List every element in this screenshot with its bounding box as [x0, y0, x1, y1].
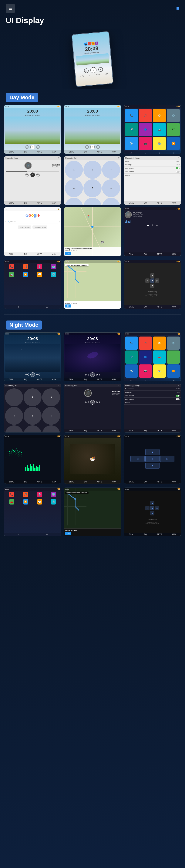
- google-search-bar[interactable]: 🔍 Search...: [5, 220, 60, 223]
- nav-apts[interactable]: APTS: [37, 151, 42, 153]
- app-icon-msg[interactable]: ✈️: [125, 123, 138, 136]
- prev-btn[interactable]: ⏮: [25, 173, 29, 177]
- nav-shal[interactable]: SHAL: [129, 202, 134, 204]
- bottom-nav[interactable]: ◁ ○ □ ≡: [124, 379, 181, 381]
- nav-shal[interactable]: SHAL: [9, 253, 14, 255]
- go-button[interactable]: GO: [65, 305, 71, 308]
- bottom-nav[interactable]: SHAL EQ APTS AUX: [64, 429, 121, 432]
- dial-7[interactable]: 7: [65, 198, 83, 205]
- app-extra[interactable]: ▶️: [167, 365, 180, 378]
- nav-aux[interactable]: AUX: [172, 306, 176, 308]
- app-car[interactable]: 🚗: [153, 350, 166, 364]
- bottom-nav[interactable]: ⊙ ☰: [4, 305, 61, 309]
- nav-shal[interactable]: SHAL: [129, 533, 134, 535]
- bottom-nav[interactable]: SHAL EQ APTS AUX: [124, 201, 181, 205]
- next-btn[interactable]: ⏭: [36, 373, 40, 376]
- nav-eq[interactable]: EQ: [24, 253, 27, 255]
- app-icon-extra[interactable]: ▶️: [167, 137, 180, 150]
- play-btn[interactable]: ⏸: [90, 372, 95, 377]
- nav-apts[interactable]: APTS: [157, 202, 162, 204]
- nav-menu[interactable]: ☰: [46, 533, 48, 535]
- nav-aux[interactable]: AUX: [52, 202, 56, 204]
- nav-eq[interactable]: EQ: [144, 533, 147, 535]
- local-next[interactable]: ⏭: [156, 224, 158, 227]
- hero-next-btn[interactable]: ⏭: [98, 67, 103, 72]
- app-icon-bt[interactable]: 🔵: [139, 123, 152, 136]
- nav-eq[interactable]: EQ: [144, 306, 147, 308]
- nav-eq[interactable]: EQ: [24, 481, 27, 483]
- nav-apts[interactable]: APTS: [157, 253, 162, 255]
- dialpad-night[interactable]: 1 2 3 4 5 6 7 8 9 * 0 #: [4, 387, 61, 433]
- nav-apts[interactable]: APTS: [97, 378, 102, 380]
- dial-3[interactable]: 3: [102, 161, 120, 179]
- app-icon-bt2[interactable]: BT: [167, 123, 180, 136]
- nav-eq[interactable]: EQ: [84, 378, 87, 380]
- nav-shal[interactable]: SHAL: [9, 202, 14, 204]
- cp-waze-night[interactable]: 🚗: [9, 499, 14, 504]
- nav-aux[interactable]: AUX: [172, 481, 176, 483]
- nav-down-night[interactable]: ▼: [146, 463, 160, 469]
- nav-3[interactable]: □: [159, 379, 160, 381]
- dial-6[interactable]: 6: [42, 407, 60, 425]
- night-nav-up[interactable]: ▲: [150, 501, 154, 505]
- nav-eq[interactable]: EQ: [144, 430, 147, 432]
- bottom-nav[interactable]: SHAL EQ APTS AUX: [124, 252, 181, 256]
- night-nav-grid[interactable]: ▲ ◁ ● ▷ ▼: [143, 499, 161, 517]
- nav-center-night[interactable]: ●: [146, 456, 160, 462]
- nav-shal[interactable]: SHAL: [9, 378, 14, 380]
- app-icon-music[interactable]: 🎵: [139, 109, 152, 122]
- bottom-nav[interactable]: ⊙ ☰: [4, 533, 61, 536]
- dial-9[interactable]: 9: [42, 425, 60, 433]
- hero-play-btn[interactable]: ⏸: [90, 67, 97, 73]
- nav-aux[interactable]: AUX: [52, 253, 56, 255]
- carplay-row-1[interactable]: 📞 🎵 🎙️ 🗺️: [4, 263, 61, 271]
- carplay-row-2[interactable]: 🚗 ▶️ 💬 ⚙️: [4, 271, 61, 278]
- play-btn[interactable]: ⏸: [30, 372, 35, 377]
- dial-2[interactable]: 2: [83, 161, 101, 179]
- nav-aux[interactable]: AUX: [172, 533, 176, 535]
- nav-4[interactable]: ≡: [173, 152, 175, 154]
- nav-right[interactable]: ▷: [155, 278, 159, 283]
- google-search-btn[interactable]: Google Search: [18, 225, 31, 229]
- dial-5[interactable]: 5: [24, 407, 42, 425]
- night-nav-right[interactable]: ▷: [155, 506, 159, 510]
- bottom-nav[interactable]: SHAL EQ APTS AUX: [4, 201, 61, 205]
- prev-btn[interactable]: ⏮: [85, 373, 89, 376]
- dial-6[interactable]: 6: [102, 179, 120, 197]
- dialpad[interactable]: 1 2 3 4 5 6 7 8 9 * 0 #: [64, 160, 121, 205]
- menu-icon[interactable]: ☰: [6, 4, 15, 13]
- app-nav[interactable]: 🧭: [153, 337, 166, 350]
- nav-eq[interactable]: EQ: [84, 430, 87, 432]
- nav-eq[interactable]: EQ: [24, 202, 27, 204]
- local-prev[interactable]: ⏮: [147, 224, 149, 227]
- play-btn[interactable]: ⏸: [30, 145, 35, 149]
- hero-prev-btn[interactable]: ⏮: [84, 68, 89, 73]
- cp-music-night[interactable]: 🎵: [23, 492, 28, 497]
- cp-music[interactable]: 🎵: [23, 264, 28, 270]
- settings-flower-night[interactable]: Flower ›: [124, 401, 181, 405]
- app-cam[interactable]: 📷: [139, 365, 152, 378]
- dial-8[interactable]: 8: [83, 198, 101, 205]
- settings-auto-connect-night[interactable]: Auto connect: [124, 398, 181, 401]
- bottom-nav[interactable]: ◁ ○ □ ≡: [124, 151, 181, 154]
- go-button[interactable]: GO: [65, 252, 71, 255]
- more-options-icon[interactable]: ≡: [176, 5, 179, 11]
- nav-aux[interactable]: AUX: [172, 202, 176, 204]
- nav-eq[interactable]: EQ: [144, 481, 147, 483]
- nav-apts[interactable]: APTS: [157, 306, 162, 308]
- nav-eq[interactable]: EQ: [24, 151, 27, 153]
- settings-auto-answer[interactable]: Auto answer: [124, 166, 181, 170]
- nav-shal[interactable]: SHAL: [129, 481, 134, 483]
- nav-aux[interactable]: AUX: [172, 430, 176, 432]
- bottom-nav[interactable]: SHAL EQ APTS AUX: [124, 305, 181, 309]
- next-btn[interactable]: ⏭: [36, 145, 40, 149]
- app-phone[interactable]: 📞: [125, 337, 138, 350]
- dial-1[interactable]: 1: [65, 161, 83, 179]
- play-btn[interactable]: ⏸: [90, 400, 95, 405]
- app-icon-phone[interactable]: 📞: [125, 109, 138, 122]
- nav-aux[interactable]: AUX: [52, 481, 56, 483]
- nav-shal[interactable]: SHAL: [69, 151, 74, 153]
- night-carplay-row-2[interactable]: 🚗 ▶️ 💬 ⚙️: [4, 498, 61, 506]
- cp-msg[interactable]: 💬: [37, 272, 42, 277]
- play-btn[interactable]: ⏸: [30, 173, 35, 177]
